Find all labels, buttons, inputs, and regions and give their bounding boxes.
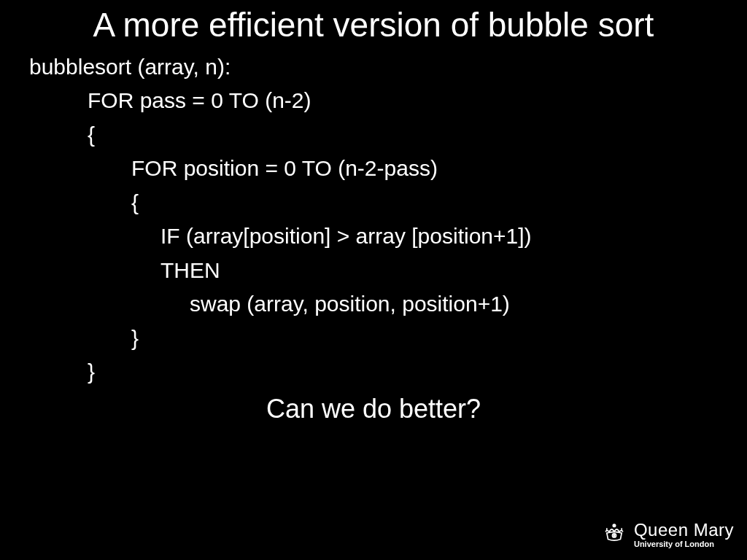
code-line: FOR pass = 0 TO (n-2) <box>29 84 718 118</box>
code-line: { <box>29 118 718 152</box>
code-line: swap (array, position, position+1) <box>29 287 718 322</box>
university-logo: Queen Mary University of London <box>602 521 734 548</box>
slide-title: A more efficient version of bubble sort <box>0 0 747 50</box>
crown-icon <box>602 521 627 548</box>
slide-question: Can we do better? <box>0 394 747 424</box>
slide: A more efficient version of bubble sort … <box>0 0 747 560</box>
code-line: } <box>29 355 718 389</box>
logo-main: Queen Mary <box>634 521 734 539</box>
logo-text: Queen Mary University of London <box>634 521 734 548</box>
logo-sub: University of London <box>634 540 734 548</box>
svg-point-2 <box>614 535 615 537</box>
code-line: FOR position = 0 TO (n-2-pass) <box>29 152 718 186</box>
code-line: } <box>29 322 718 356</box>
svg-point-0 <box>613 524 615 526</box>
code-block: bubblesort (array, n): FOR pass = 0 TO (… <box>0 50 747 389</box>
code-line: bubblesort (array, n): <box>29 50 718 85</box>
code-line: { <box>29 186 718 220</box>
code-line: IF (array[position] > array [position+1]… <box>29 219 718 254</box>
code-line: THEN <box>29 254 718 288</box>
